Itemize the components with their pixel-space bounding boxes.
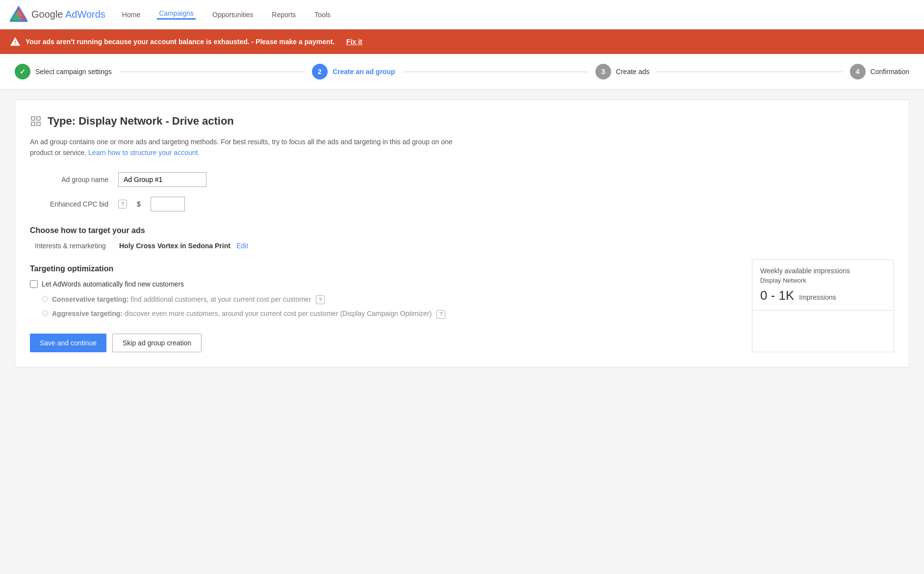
alert-banner: Your ads aren't running because your acc… [0, 29, 924, 54]
sidebar-panel-subtitle: Display Network [760, 277, 886, 284]
optimization-section: Targeting optimization Let AdWords autom… [30, 264, 742, 319]
ad-group-name-label: Ad group name [30, 176, 108, 183]
save-continue-button[interactable]: Save and continue [30, 334, 106, 352]
description-link[interactable]: Learn how to structure your account. [88, 149, 200, 157]
alert-icon [10, 36, 21, 47]
nav-tools[interactable]: Tools [312, 11, 333, 19]
aggressive-targeting-option: Aggressive targeting: discover even more… [42, 309, 742, 319]
targeting-section: Choose how to target your ads Interests … [30, 226, 894, 250]
conservative-targeting-label: Conservative targeting: find additional … [52, 295, 325, 305]
nav-opportunities[interactable]: Opportunities [210, 11, 255, 19]
page-title-area: Type: Display Network - Drive action [30, 115, 894, 128]
targeting-row-value: Holy Cross Vortex in Sedona Print [119, 242, 231, 250]
sidebar-divider [752, 310, 894, 311]
step-1-circle: ✓ [15, 64, 30, 79]
aggressive-targeting-radio[interactable] [42, 310, 48, 316]
logo: Google AdWords [10, 6, 105, 24]
targeting-row: Interests & remarketing Holy Cross Vorte… [35, 242, 894, 250]
sidebar-panel-header: Weekly available impressions Display Net… [752, 260, 894, 310]
alert-fix-link[interactable]: Fix it [346, 38, 362, 46]
step-connector-2 [403, 72, 588, 72]
targeting-row-label: Interests & remarketing [35, 242, 113, 250]
ad-group-name-row: Ad group name [30, 172, 894, 187]
page-title: Type: Display Network - Drive action [48, 115, 234, 128]
step-connector-1 [119, 72, 305, 72]
cpc-bid-row: Enhanced CPC bid ? $ [30, 197, 894, 211]
step-4-label: Confirmation [871, 68, 909, 76]
sidebar-impressions-range: 0 - 1K [760, 288, 794, 303]
step-connector-3 [657, 72, 842, 72]
currency-symbol: $ [137, 200, 141, 208]
sidebar-panel-title: Weekly available impressions [760, 267, 886, 275]
cpc-bid-input[interactable] [151, 197, 185, 211]
logo-icon [10, 6, 27, 24]
step-2-label: Create an ad group [333, 68, 395, 76]
alert-message: Your ads aren't running because your acc… [26, 38, 334, 46]
cpc-bid-label: Enhanced CPC bid [30, 200, 108, 208]
page-description: An ad group contains one or more ads and… [30, 136, 471, 158]
bottom-area: Targeting optimization Let AdWords autom… [30, 264, 894, 352]
action-buttons: Save and continue Skip ad group creation [30, 334, 742, 352]
auto-find-customers-label: Let AdWords automatically find new custo… [42, 280, 184, 288]
grid-icon [30, 115, 42, 127]
cpc-bid-help-icon[interactable]: ? [118, 200, 127, 209]
step-4: 4 Confirmation [850, 64, 909, 79]
targeting-heading: Choose how to target your ads [30, 226, 894, 235]
step-3-label: Create ads [616, 68, 649, 76]
sidebar-impressions-label: Impressions [799, 293, 836, 301]
targeting-edit-link[interactable]: Edit [236, 242, 248, 250]
svg-rect-7 [31, 122, 35, 126]
step-3-circle: 3 [595, 64, 611, 79]
conservative-targeting-option: Conservative targeting: find additional … [42, 295, 742, 305]
header: Google AdWords Home Campaigns Opportunit… [0, 0, 924, 29]
svg-rect-8 [37, 122, 40, 126]
main-col: Targeting optimization Let AdWords autom… [30, 264, 742, 352]
step-2-circle: 2 [312, 64, 328, 79]
main-nav: Home Campaigns Opportunities Reports Too… [120, 9, 333, 20]
main-content: Type: Display Network - Drive action An … [15, 100, 909, 367]
sidebar-panel: Weekly available impressions Display Net… [752, 260, 894, 352]
logo-text: Google AdWords [31, 9, 105, 20]
step-4-circle: 4 [850, 64, 866, 79]
sidebar-impressions-area: 0 - 1K Impressions [760, 288, 886, 303]
aggressive-targeting-label: Aggressive targeting: discover even more… [52, 309, 445, 319]
aggressive-help-icon[interactable]: ? [436, 310, 445, 319]
conservative-targeting-radio[interactable] [42, 296, 48, 302]
nav-campaigns[interactable]: Campaigns [157, 9, 196, 20]
svg-rect-5 [31, 117, 35, 120]
optimization-heading: Targeting optimization [30, 264, 742, 273]
nav-reports[interactable]: Reports [270, 11, 298, 19]
auto-find-customers-row: Let AdWords automatically find new custo… [30, 280, 742, 288]
step-1: ✓ Select campaign settings [15, 64, 112, 79]
step-1-label: Select campaign settings [35, 68, 112, 76]
nav-home[interactable]: Home [120, 11, 142, 19]
step-2: 2 Create an ad group [312, 64, 395, 79]
stepper: ✓ Select campaign settings 2 Create an a… [0, 54, 924, 90]
svg-rect-6 [37, 117, 40, 120]
skip-ad-group-button[interactable]: Skip ad group creation [112, 334, 202, 352]
step-3: 3 Create ads [595, 64, 649, 79]
ad-group-name-input[interactable] [118, 172, 206, 187]
auto-find-customers-checkbox[interactable] [30, 280, 38, 288]
form-section: Ad group name Enhanced CPC bid ? $ [30, 172, 894, 211]
page-title-bold: Display Network - Drive action [78, 115, 234, 127]
conservative-help-icon[interactable]: ? [316, 295, 325, 304]
